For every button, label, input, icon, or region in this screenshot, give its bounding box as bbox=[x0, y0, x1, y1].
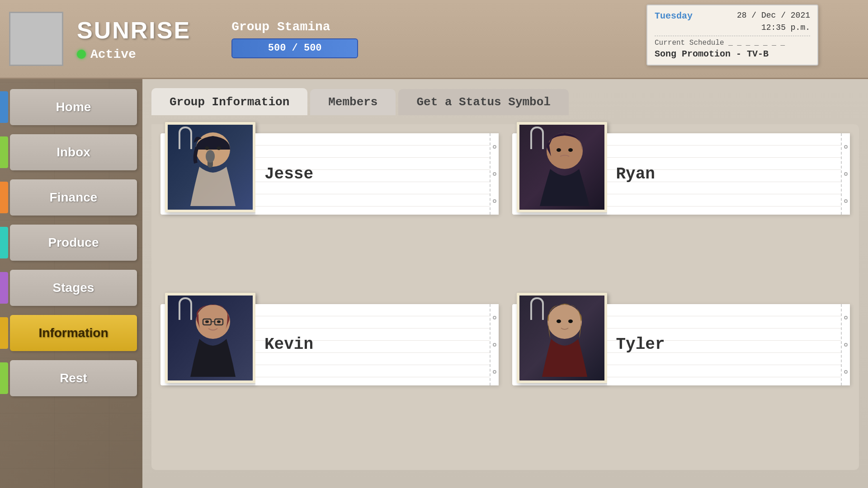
sidebar-item-rest[interactable]: Rest bbox=[0, 356, 142, 401]
schedule-time: 12:35 p.m. bbox=[761, 23, 810, 32]
stamina-value: 500 / 500 bbox=[268, 42, 322, 54]
svg-point-7 bbox=[568, 148, 573, 152]
svg-point-15 bbox=[557, 319, 561, 323]
svg-point-14 bbox=[547, 305, 582, 339]
ryan-name: Ryan bbox=[616, 165, 655, 183]
kevin-photo-wrapper bbox=[165, 306, 255, 383]
tab-members[interactable]: Members bbox=[310, 89, 396, 115]
main-content: Group Information Members Get a Status S… bbox=[142, 79, 868, 488]
svg-point-3 bbox=[205, 146, 209, 150]
schedule-date: 28 / Dec / 2021 bbox=[737, 11, 810, 20]
jesse-name: Jesse bbox=[264, 165, 313, 183]
sidebar-btn-information[interactable]: Information bbox=[10, 315, 137, 351]
sidebar-color-inbox bbox=[0, 136, 8, 168]
sidebar-item-stages[interactable]: Stages bbox=[0, 265, 142, 310]
tyler-card-dots bbox=[841, 304, 850, 385]
svg-point-12 bbox=[205, 320, 209, 323]
stamina-label: Group Stamina bbox=[231, 20, 358, 34]
paperclip-jesse bbox=[179, 127, 192, 149]
ryan-photo-wrapper bbox=[517, 136, 607, 212]
tyler-photo-wrapper bbox=[517, 306, 607, 383]
sidebar-btn-rest[interactable]: Rest bbox=[10, 360, 137, 396]
schedule-box: Tuesday 28 / Dec / 2021 12:35 p.m. Curre… bbox=[646, 5, 818, 66]
sidebar-color-finance bbox=[0, 182, 8, 213]
stamina-section: Group Stamina 500 / 500 bbox=[231, 20, 358, 58]
jesse-name-area: Jesse bbox=[255, 133, 499, 215]
sidebar-btn-finance[interactable]: Finance bbox=[10, 179, 137, 216]
schedule-day: Tuesday bbox=[655, 11, 693, 21]
sidebar-item-produce[interactable]: Produce bbox=[0, 220, 142, 265]
group-info-header: SUNRISE Active bbox=[77, 17, 191, 61]
ryan-card-dots bbox=[841, 133, 850, 215]
paperclip-tyler bbox=[530, 297, 544, 320]
tabs-row: Group Information Members Get a Status S… bbox=[151, 88, 859, 115]
status-text: Active bbox=[90, 47, 136, 61]
member-card-jesse[interactable]: Jesse bbox=[160, 133, 499, 215]
stamina-bar: 500 / 500 bbox=[231, 38, 358, 58]
sidebar: Home Inbox Finance Produce Stages Inform… bbox=[0, 79, 142, 488]
member-card-tyler[interactable]: Tyler bbox=[512, 304, 850, 385]
sidebar-color-home bbox=[0, 91, 8, 123]
tab-group-information[interactable]: Group Information bbox=[151, 88, 307, 115]
member-card-ryan[interactable]: Ryan bbox=[512, 133, 850, 215]
svg-point-6 bbox=[557, 148, 561, 152]
tyler-name-area: Tyler bbox=[607, 304, 850, 385]
sidebar-btn-produce[interactable]: Produce bbox=[10, 225, 137, 261]
sidebar-item-inbox[interactable]: Inbox bbox=[0, 130, 142, 175]
status-dot bbox=[77, 50, 86, 59]
svg-point-2 bbox=[206, 150, 215, 163]
tab-get-a-status-symbol[interactable]: Get a Status Symbol bbox=[398, 89, 568, 115]
tyler-name: Tyler bbox=[616, 335, 665, 354]
sidebar-color-rest bbox=[0, 362, 8, 394]
svg-point-4 bbox=[217, 146, 221, 150]
svg-point-13 bbox=[217, 320, 221, 323]
paperclip-kevin bbox=[179, 297, 192, 320]
sidebar-color-produce bbox=[0, 227, 8, 258]
sidebar-btn-inbox[interactable]: Inbox bbox=[10, 134, 137, 170]
schedule-activity: Song Promotion - TV-B bbox=[655, 49, 810, 59]
group-name: SUNRISE bbox=[77, 17, 191, 44]
kevin-name: Kevin bbox=[264, 335, 313, 354]
jesse-card-dots bbox=[490, 133, 499, 215]
sidebar-color-information bbox=[0, 317, 8, 349]
kevin-card-dots bbox=[490, 304, 499, 385]
sidebar-item-information[interactable]: Information bbox=[0, 310, 142, 356]
ryan-name-area: Ryan bbox=[607, 133, 850, 215]
sidebar-color-stages bbox=[0, 272, 8, 304]
group-avatar bbox=[9, 12, 63, 66]
schedule-current-label: Current Schedule _ _ _ _ _ _ _ bbox=[655, 36, 810, 47]
status-row: Active bbox=[77, 47, 191, 61]
paperclip-ryan bbox=[530, 127, 544, 149]
jesse-photo-wrapper bbox=[165, 136, 255, 212]
sidebar-item-home[interactable]: Home bbox=[0, 84, 142, 130]
members-grid: Jesse bbox=[151, 124, 859, 470]
header: SUNRISE Active Group Stamina 500 / 500 T… bbox=[0, 0, 868, 79]
sidebar-btn-home[interactable]: Home bbox=[10, 89, 137, 125]
svg-point-16 bbox=[568, 319, 573, 323]
sidebar-btn-stages[interactable]: Stages bbox=[10, 270, 137, 306]
member-card-kevin[interactable]: Kevin bbox=[160, 304, 499, 385]
kevin-name-area: Kevin bbox=[255, 304, 499, 385]
sidebar-item-finance[interactable]: Finance bbox=[0, 175, 142, 220]
